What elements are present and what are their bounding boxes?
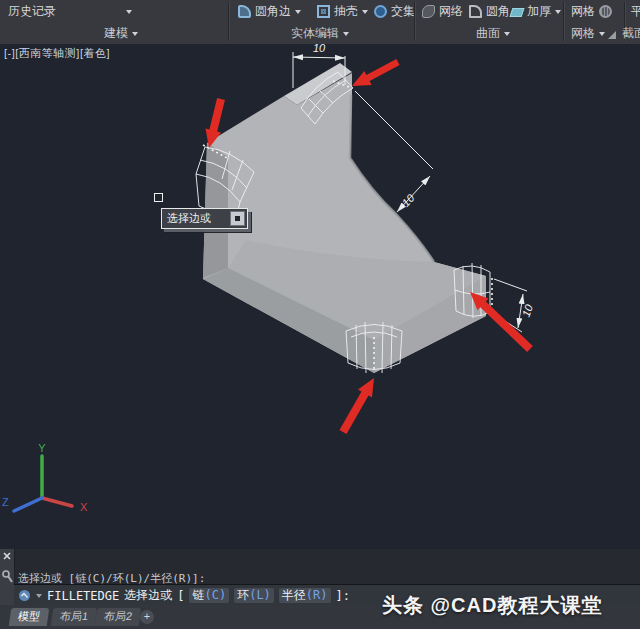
crosshair-pickbox bbox=[154, 193, 163, 202]
ribbon-separator bbox=[563, 2, 565, 41]
autocad-window: 历史记录 圆角边 抽壳 交集 网络 圆角 bbox=[0, 0, 640, 629]
panel-solid-editing[interactable]: 实体编辑 bbox=[291, 25, 349, 42]
ucs-y-label: Y bbox=[38, 442, 46, 454]
command-name: FILLETEDGE bbox=[47, 589, 119, 603]
chevron-down-icon bbox=[295, 10, 301, 17]
panel-expander-icon[interactable] bbox=[608, 31, 616, 39]
new-layout-button[interactable]: + bbox=[140, 610, 154, 624]
shell-label: 抽壳 bbox=[334, 3, 358, 20]
chevron-down-icon[interactable] bbox=[36, 594, 42, 601]
dynamic-input-tooltip: 选择边或 bbox=[161, 208, 248, 229]
ribbon: 历史记录 圆角边 抽壳 交集 网络 圆角 bbox=[0, 0, 640, 45]
fillet-label: 圆角 bbox=[486, 3, 510, 20]
plane-button[interactable]: 平 bbox=[631, 3, 640, 19]
command-suggestion-icon[interactable] bbox=[18, 589, 31, 602]
chevron-down-icon bbox=[132, 32, 138, 39]
tab-layout1[interactable]: 布局1 bbox=[51, 608, 98, 626]
panel-section[interactable]: 截面 bbox=[622, 25, 640, 42]
fillet-edge-label: 圆角边 bbox=[255, 3, 291, 20]
thicken-icon bbox=[510, 8, 525, 17]
intersect-label: 交集 bbox=[391, 3, 415, 20]
chevron-down-icon bbox=[343, 32, 349, 39]
close-icon[interactable] bbox=[4, 553, 10, 559]
ribbon-separator bbox=[414, 2, 416, 41]
mesh-sphere-icon bbox=[599, 5, 612, 18]
plane-label: 平 bbox=[631, 3, 640, 20]
ucs-x-axis bbox=[42, 498, 72, 506]
tab-model[interactable]: 模型 bbox=[9, 608, 50, 626]
chevron-down-icon bbox=[126, 10, 132, 17]
tooltip-text: 选择边或 bbox=[167, 211, 211, 226]
option-chain[interactable]: 链(C) bbox=[189, 588, 229, 603]
history-label: 历史记录 bbox=[8, 3, 56, 20]
thicken-label: 加厚 bbox=[527, 3, 551, 20]
history-button[interactable]: 历史记录 bbox=[8, 3, 56, 19]
fillet-icon bbox=[469, 5, 482, 18]
ribbon-separator bbox=[228, 2, 230, 41]
panel-mesh[interactable]: 网格 bbox=[571, 25, 605, 42]
tab-layout2[interactable]: 布局2 bbox=[95, 608, 142, 626]
option-radius[interactable]: 半径(R) bbox=[279, 588, 331, 603]
fillet-edge-icon bbox=[238, 5, 251, 18]
ucs-z-label: Z bbox=[2, 496, 9, 508]
red-arrow-top-right bbox=[352, 59, 400, 86]
dim-top-text: 10 bbox=[313, 44, 326, 54]
network-button[interactable]: 网络 bbox=[422, 3, 463, 19]
mesh-button[interactable]: 网格 bbox=[571, 3, 612, 19]
red-arrow-bottom bbox=[340, 378, 375, 434]
mesh-label: 网格 bbox=[571, 3, 595, 20]
fillet-button[interactable]: 圆角 bbox=[469, 3, 510, 19]
ucs-z-axis bbox=[14, 498, 42, 511]
wrench-icon[interactable] bbox=[3, 571, 12, 582]
model-view: 10 10 10 Y X Z bbox=[0, 44, 640, 549]
chevron-down-icon bbox=[599, 32, 605, 39]
shell-button[interactable]: 抽壳 bbox=[317, 3, 368, 19]
shell-icon bbox=[317, 5, 330, 18]
red-arrow-right bbox=[470, 292, 533, 352]
chevron-down-icon bbox=[504, 32, 510, 39]
intersect-button[interactable]: 交集 bbox=[374, 3, 415, 19]
drawing-area[interactable]: 10 10 10 Y X Z [-][西南等 bbox=[0, 44, 640, 549]
network-surface-icon bbox=[422, 5, 435, 18]
panel-modeling[interactable]: 建模 bbox=[104, 25, 138, 42]
history-dropdown[interactable] bbox=[126, 3, 132, 19]
command-rail bbox=[0, 549, 15, 605]
panel-surface[interactable]: 曲面 bbox=[476, 25, 510, 42]
fillet-edge-button[interactable]: 圆角边 bbox=[238, 3, 301, 19]
network-label: 网络 bbox=[439, 3, 463, 20]
option-loop[interactable]: 环(L) bbox=[234, 588, 274, 603]
thicken-button[interactable]: 加厚 bbox=[511, 3, 561, 19]
viewport-controls[interactable]: [-][西南等轴测][着色] bbox=[4, 46, 110, 61]
ucs-x-label: X bbox=[80, 501, 88, 513]
command-history-line: 选择边或 [链(C)/环(L)/半径(R)]: bbox=[18, 573, 205, 585]
chevron-down-icon bbox=[362, 10, 368, 17]
intersect-icon bbox=[374, 5, 387, 18]
chevron-down-icon bbox=[555, 10, 561, 17]
command-prompt: 选择边或 bbox=[124, 587, 172, 604]
watermark: 头条 @CAD教程大课堂 bbox=[382, 592, 602, 619]
tooltip-options-icon[interactable] bbox=[230, 211, 245, 226]
ucs-icon bbox=[14, 456, 72, 511]
